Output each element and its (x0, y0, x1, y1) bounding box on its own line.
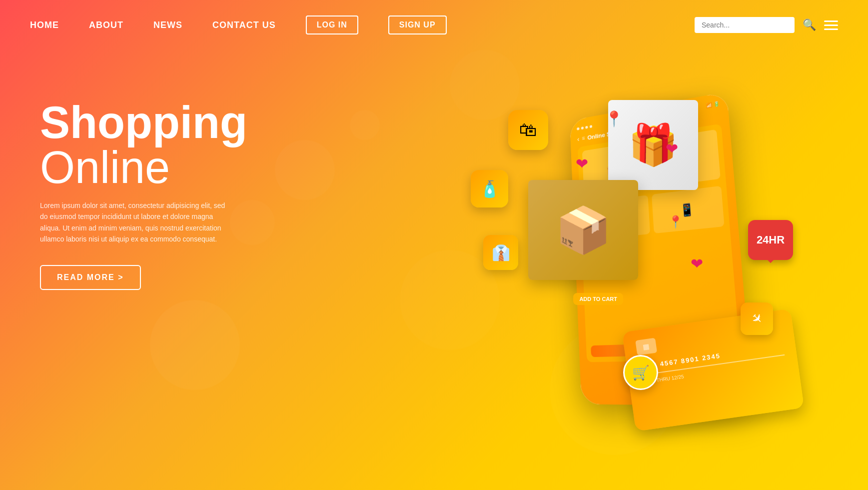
heart-icon-2: ❤ (691, 255, 703, 272)
navbar: HOME ABOUT NEWS CONTACT US LOG IN SIGN U… (0, 0, 868, 50)
login-button[interactable]: LOG IN (306, 16, 358, 34)
nav-home[interactable]: HOME (30, 20, 59, 30)
send-square: ✈ (741, 302, 773, 335)
menu-icon[interactable] (824, 20, 838, 30)
bag-icon: 🛍 (519, 120, 537, 140)
signup-button[interactable]: SIGN UP (388, 16, 447, 34)
small-add-to-cart[interactable]: ADD TO CART (573, 293, 623, 305)
bubble-24hr: 24HR (748, 220, 793, 260)
pin-icon-1: 📍 (605, 110, 623, 128)
search-input[interactable] (695, 17, 795, 33)
read-more-button[interactable]: READ MORE > (40, 265, 141, 290)
card-chip: ▦ (635, 338, 657, 356)
hero-title-main: Shopping (40, 100, 247, 145)
pin-icon-2: 📍 (668, 215, 683, 229)
hero-content: Shopping Online Lorem ipsum dolor sit am… (40, 100, 247, 290)
cardboard-box: 📦 (528, 180, 638, 280)
24hr-label: 24HR (757, 234, 785, 246)
heart-icon-1: ❤ (576, 155, 588, 172)
bottle-icon-square: 🧴 (471, 170, 508, 208)
shirt-icon: 👔 (492, 244, 510, 262)
bottle-icon: 🧴 (480, 180, 500, 198)
hero-description: Lorem ipsum dolor sit amet, consectetur … (40, 200, 230, 245)
phone-area: 📶 🔋 ‹ ≡ Online Store 🎁 🛍 👗 📱 (388, 40, 838, 480)
cart-circle: 🛒 (623, 355, 658, 390)
hero-title-sub: Online (40, 145, 247, 190)
heart-icon-3: ❤ (666, 140, 678, 158)
nav-news[interactable]: NEWS (153, 20, 182, 30)
nav-about[interactable]: ABOUT (89, 20, 123, 30)
nav-right: 🔍 (695, 17, 838, 33)
nav-links: HOME ABOUT NEWS CONTACT US LOG IN SIGN U… (30, 16, 447, 34)
hero-section: HOME ABOUT NEWS CONTACT US LOG IN SIGN U… (0, 0, 868, 490)
cart-icon: 🛒 (632, 364, 650, 381)
phone-dots (577, 125, 592, 130)
box-icon: 📦 (555, 204, 611, 256)
nav-contact[interactable]: CONTACT US (212, 20, 276, 30)
shirt-icon-square: 👔 (483, 235, 518, 270)
bag-icon-square: 🛍 (508, 110, 548, 150)
send-icon: ✈ (748, 310, 766, 328)
search-icon[interactable]: 🔍 (803, 18, 816, 32)
